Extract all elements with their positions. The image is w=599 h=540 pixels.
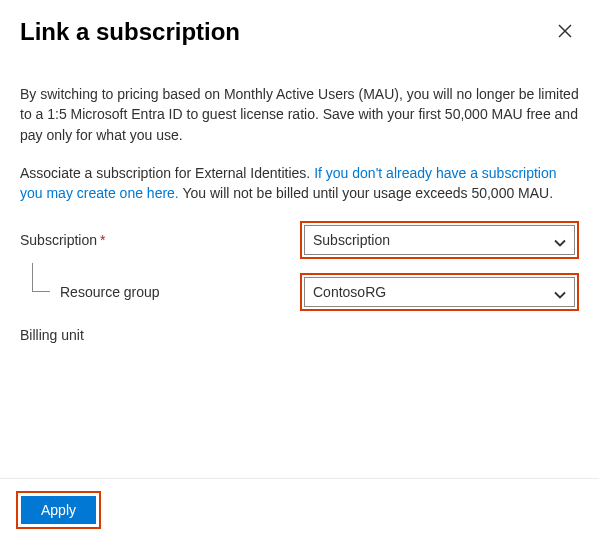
panel-footer: Apply: [0, 478, 599, 540]
subscription-label: Subscription: [20, 230, 97, 250]
resource-group-highlight: ContosoRG: [300, 273, 579, 311]
associate-prefix: Associate a subscription for External Id…: [20, 165, 314, 181]
subscription-select[interactable]: Subscription: [304, 225, 575, 255]
panel-title: Link a subscription: [20, 18, 240, 46]
close-button[interactable]: [551, 18, 579, 46]
subscription-highlight: Subscription: [300, 221, 579, 259]
apply-button[interactable]: Apply: [21, 496, 96, 524]
intro-text: By switching to pricing based on Monthly…: [20, 84, 579, 145]
resource-group-value: ContosoRG: [313, 282, 386, 302]
close-icon: [558, 24, 572, 41]
apply-highlight: Apply: [16, 491, 101, 529]
required-indicator: *: [100, 230, 105, 250]
associate-suffix: You will not be billed until your usage …: [179, 185, 553, 201]
tree-branch-icon: [24, 281, 54, 303]
associate-text: Associate a subscription for External Id…: [20, 163, 579, 204]
subscription-value: Subscription: [313, 230, 390, 250]
billing-unit-label: Billing unit: [20, 325, 84, 345]
chevron-down-icon: [554, 286, 566, 298]
chevron-down-icon: [554, 234, 566, 246]
resource-group-label: Resource group: [60, 282, 160, 302]
resource-group-select[interactable]: ContosoRG: [304, 277, 575, 307]
